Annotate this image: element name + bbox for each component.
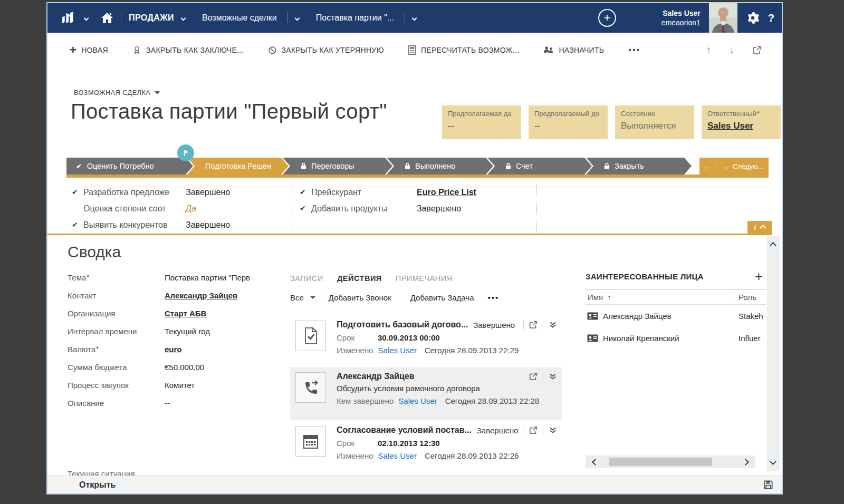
stakeholder-row[interactable]: Николай Крепанский Influer	[586, 327, 766, 349]
horizontal-scrollbar[interactable]	[586, 455, 755, 468]
next-stage-button[interactable]: Следую...	[733, 162, 764, 170]
dynamics-logo-icon[interactable]	[61, 12, 77, 24]
recalculate-button[interactable]: ПЕРЕСЧИТАТЬ ВОЗМОЖ...	[408, 45, 519, 55]
nav-area-sales[interactable]: ПРОДАЖИ	[129, 13, 174, 23]
activity-title[interactable]: Александр Зайцев	[337, 372, 415, 381]
step-value[interactable]: Да	[186, 204, 196, 214]
header-field-status[interactable]: Состояние Выполняется	[615, 105, 694, 139]
scroll-right-icon[interactable]	[742, 459, 749, 466]
avatar[interactable]	[709, 3, 737, 33]
add-task-button[interactable]: Добавить Задача	[410, 293, 474, 302]
stakeholder-name-link[interactable]: Николай Крепанский	[603, 334, 733, 343]
chevron-down-icon[interactable]	[412, 15, 417, 21]
account-link[interactable]: Старт АБВ	[165, 309, 284, 318]
tab-notes[interactable]: ПРИМЕЧАНИЯ	[396, 274, 453, 283]
help-icon[interactable]: ?	[768, 12, 774, 24]
add-stakeholder-button[interactable]: +	[755, 271, 766, 282]
stage-invoice[interactable]: Счет	[487, 158, 592, 175]
header-field-est-revenue[interactable]: Предполагаемый до --	[529, 105, 608, 139]
filter-dropdown[interactable]: Все	[290, 293, 304, 302]
vertical-scrollbar[interactable]	[767, 236, 780, 471]
assign-button[interactable]: НАЗНАЧИТЬ	[543, 46, 604, 55]
stage-negotiate[interactable]: Переговоры	[283, 158, 392, 175]
scroll-down-icon[interactable]	[770, 458, 776, 465]
scroll-left-icon[interactable]	[592, 459, 599, 466]
close-as-lost-button[interactable]: ЗАКРЫТЬ КАК УТЕРЯННУЮ	[268, 46, 384, 55]
modified-user-link[interactable]: Sales User	[378, 346, 417, 355]
owner-link[interactable]: Sales User	[707, 121, 775, 131]
contact-link[interactable]: Александр Зайцев	[165, 291, 284, 300]
gear-icon[interactable]	[746, 11, 760, 25]
entity-type-selector[interactable]: ВОЗМОЖНАЯ СДЕЛКА	[74, 89, 160, 96]
previous-stage-button[interactable]: ←	[704, 162, 712, 171]
field-description[interactable]: Описание --	[68, 399, 284, 416]
activity-title[interactable]: Подготовить базовый догово...	[337, 320, 468, 329]
step-value[interactable]: Завершено	[417, 204, 461, 214]
field-currency[interactable]: Валюта* euro	[68, 345, 284, 363]
open-record-icon[interactable]	[529, 372, 538, 381]
open-record-icon[interactable]	[529, 321, 538, 329]
stage-qualify[interactable]: ✔ Оценить Потребно	[66, 158, 193, 175]
more-activities-button[interactable]: •••	[488, 293, 500, 302]
activity-card-appointment[interactable]: Согласование условий постав... Завершено…	[290, 421, 562, 471]
home-icon[interactable]	[101, 12, 113, 24]
scroll-up-icon[interactable]	[770, 242, 776, 249]
field-budget-amount[interactable]: Сумма бюджета €50.000,00	[68, 363, 284, 381]
nav-record[interactable]: Поставка партии "...	[316, 13, 394, 23]
field-value[interactable]: --	[165, 399, 284, 408]
new-button[interactable]: + НОВАЯ	[70, 44, 108, 56]
stage-close[interactable]: Закрыть	[586, 158, 692, 175]
activity-title[interactable]: Согласование условий постав...	[337, 425, 472, 435]
activity-card-phone-call[interactable]: Александр Зайцев Обсудить условия рамочн…	[290, 367, 562, 420]
step-value[interactable]: Завершено	[186, 220, 230, 230]
field-value[interactable]: €50.000,00	[165, 363, 284, 372]
field-purchase-process[interactable]: Процесс закупок Комитет	[68, 381, 284, 399]
user-info[interactable]: Sales User emeaorion1	[661, 8, 701, 27]
open-record-icon[interactable]	[529, 426, 538, 434]
activity-card-task[interactable]: Подготовить базовый догово... Завершено …	[290, 315, 562, 366]
currency-link[interactable]: euro	[165, 345, 284, 354]
field-account[interactable]: Организация Старт АБВ	[68, 309, 284, 327]
modified-user-link[interactable]: Sales User	[398, 396, 437, 405]
stage-complete[interactable]: Выполнено	[387, 158, 493, 175]
column-header-name[interactable]: Имя ↑	[586, 293, 733, 302]
next-record-icon[interactable]: ↓	[730, 44, 735, 56]
field-topic[interactable]: Тема* Поставка партии "Перв	[68, 273, 284, 291]
quick-create-icon[interactable]: +	[598, 9, 616, 27]
expand-card-icon[interactable]	[549, 426, 557, 434]
header-field-est-close-date[interactable]: Предполагаемая да --	[442, 105, 521, 139]
stakeholder-row[interactable]: Александр Зайцев Stakeh	[586, 305, 766, 327]
step-value[interactable]: Завершено	[186, 188, 230, 197]
stakeholder-name-link[interactable]: Александр Зайцев	[603, 312, 733, 321]
header-field-owner[interactable]: Ответственный* Sales User	[702, 105, 781, 139]
expand-card-icon[interactable]	[549, 372, 557, 381]
popout-form-icon[interactable]	[752, 45, 762, 55]
close-as-won-button[interactable]: ЗАКРЫТЬ КАК ЗАКЛЮЧЕ...	[132, 45, 244, 55]
chevron-down-icon[interactable]	[294, 15, 300, 21]
nav-entity-list[interactable]: Возможные сделки	[202, 13, 277, 23]
command-bar: + НОВАЯ ЗАКРЫТЬ КАК ЗАКЛЮЧЕ... ЗАКРЫТЬ К…	[47, 33, 782, 67]
field-contact[interactable]: Контакт Александр Зайцев	[68, 291, 284, 309]
field-value[interactable]: Текущий год	[165, 327, 284, 336]
caret-down-icon[interactable]	[310, 296, 315, 299]
field-time-period[interactable]: Интервал времени Текущий год	[68, 327, 284, 345]
task-icon	[295, 321, 326, 351]
price-list-link[interactable]: Euro Price List	[417, 188, 476, 197]
save-icon[interactable]	[763, 480, 773, 490]
tab-posts[interactable]: ЗАПИСИ	[290, 274, 323, 283]
chevron-down-icon[interactable]	[180, 15, 186, 21]
field-value[interactable]: Комитет	[165, 381, 284, 390]
more-commands-button[interactable]: •••	[628, 45, 640, 55]
previous-record-icon[interactable]: ↑	[706, 44, 712, 56]
process-flow-collapse-tab[interactable]: i	[747, 221, 772, 234]
lock-icon	[301, 162, 306, 170]
stage-develop-active[interactable]: Подготовка Решен	[187, 158, 289, 175]
expand-card-icon[interactable]	[549, 321, 557, 329]
scrollbar-thumb[interactable]	[609, 458, 712, 466]
column-header-role[interactable]: Роль	[733, 293, 766, 302]
add-phone-call-button[interactable]: Добавить Звонок	[329, 293, 391, 302]
field-value[interactable]: Поставка партии "Перв	[165, 273, 284, 282]
modified-user-link[interactable]: Sales User	[378, 451, 417, 460]
chevron-down-icon[interactable]	[84, 15, 89, 21]
tab-activities[interactable]: ДЕЙСТВИЯ	[337, 274, 382, 283]
